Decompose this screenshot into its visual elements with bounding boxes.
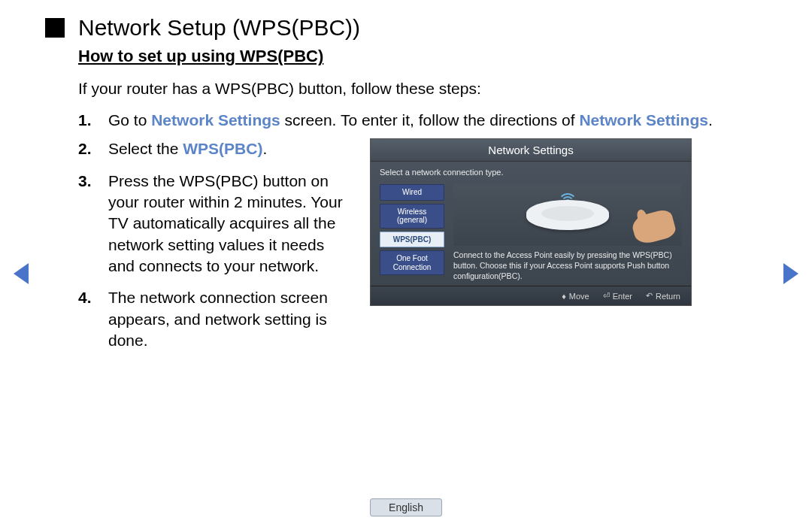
tv-option-list: Wired Wireless (general) WPS(PBC) One Fo… [380, 184, 444, 281]
title-bullet-icon [45, 18, 65, 38]
step-text: Press the WPS(PBC) button on your router… [108, 171, 349, 277]
step-number: 1. [78, 110, 108, 131]
page-subtitle: How to set up using WPS(PBC) [78, 47, 744, 66]
tv-footer-move: ♦ Move [562, 291, 589, 301]
tv-prompt: Select a network connection type. [380, 168, 682, 177]
intro-text: If your router has a WPS(PBC) button, fo… [78, 80, 744, 98]
step-number: 4. [78, 287, 108, 351]
next-page-button[interactable] [783, 263, 798, 284]
tv-option-wireless[interactable]: Wireless (general) [380, 204, 444, 229]
tv-footer-enter: ⏎ Enter [603, 291, 632, 301]
step-4: 4. The network connection screen appears… [78, 287, 349, 351]
step-number: 3. [78, 171, 108, 277]
updown-icon: ♦ [562, 292, 566, 301]
highlight-network-settings: Network Settings [151, 111, 280, 129]
step-3: 3. Press the WPS(PBC) button on your rou… [78, 171, 349, 277]
tv-footer: ♦ Move ⏎ Enter ↶ Return [371, 286, 691, 305]
prev-page-button[interactable] [14, 263, 29, 284]
page-title: Network Setup (WPS(PBC)) [78, 15, 360, 41]
step-text: The network connection screen appears, a… [108, 287, 349, 351]
tv-option-one-foot[interactable]: One Foot Connection [380, 250, 444, 275]
step-number: 2. [78, 138, 108, 159]
highlight-wps-pbc: WPS(PBC) [183, 140, 262, 157]
highlight-network-settings-2: Network Settings [579, 111, 708, 129]
tv-title: Network Settings [371, 139, 691, 162]
router-illustration [453, 184, 682, 246]
tv-screenshot-panel: Network Settings Select a network connec… [370, 138, 692, 306]
language-badge[interactable]: English [370, 498, 442, 516]
step-text: Select the WPS(PBC). [108, 138, 349, 159]
tv-description: Connect to the Access Point easily by pr… [453, 250, 682, 281]
tv-footer-return: ↶ Return [646, 291, 680, 301]
enter-icon: ⏎ [603, 291, 610, 301]
tv-option-wired[interactable]: Wired [380, 184, 444, 201]
page-title-row: Network Setup (WPS(PBC)) [45, 15, 744, 41]
tv-option-wps-pbc[interactable]: WPS(PBC) [380, 232, 444, 248]
step-text: Go to Network Settings screen. To enter … [108, 110, 744, 131]
step-1: 1. Go to Network Settings screen. To ent… [78, 110, 744, 131]
hand-icon [630, 208, 677, 247]
step-2: 2. Select the WPS(PBC). [78, 138, 349, 159]
return-icon: ↶ [646, 291, 653, 301]
